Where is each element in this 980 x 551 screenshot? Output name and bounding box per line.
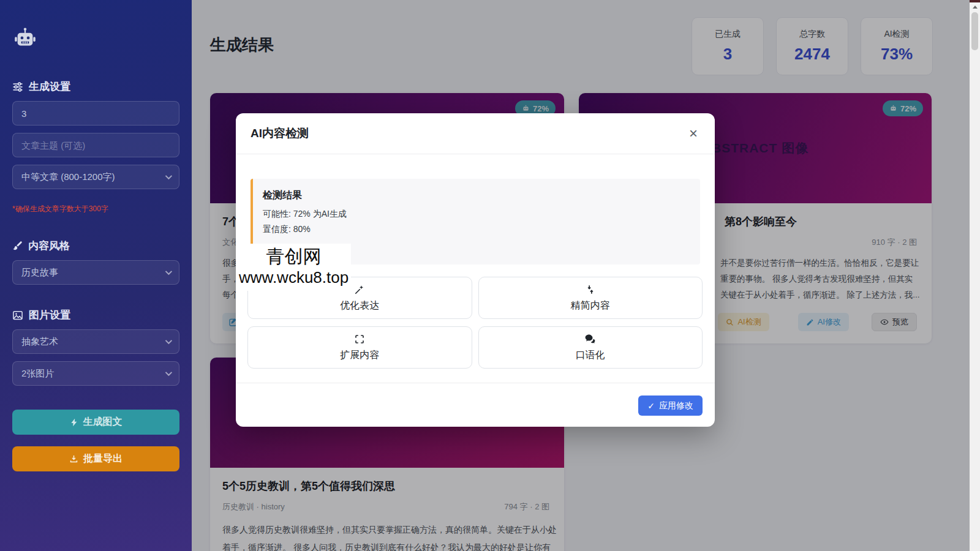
robot-icon <box>13 27 179 50</box>
generate-button[interactable]: 生成图文 <box>12 410 179 435</box>
watermark-name: 青创网 <box>239 246 349 268</box>
generation-settings-heading: 生成设置 <box>12 80 179 94</box>
scroll-up-arrow[interactable] <box>970 2 980 11</box>
image-icon <box>12 310 23 321</box>
site-watermark: 青创网 www.wcku8.top <box>236 244 351 291</box>
chevron-down-icon <box>165 369 172 376</box>
topic-input[interactable] <box>12 133 179 157</box>
watermark-url: www.wcku8.top <box>239 268 349 288</box>
content-style-heading: 内容风格 <box>12 239 179 253</box>
section-title: 内容风格 <box>28 239 70 253</box>
style-select[interactable]: 历史故事 <box>12 260 179 285</box>
sliders-icon <box>12 81 23 92</box>
scrollbar-thumb[interactable] <box>971 12 978 50</box>
length-select[interactable]: 中等文章 (800-1200字) <box>12 165 179 189</box>
chat-icon <box>584 333 596 345</box>
image-settings-heading: 图片设置 <box>12 308 179 322</box>
chevron-down-icon <box>165 337 172 344</box>
app-window: 生成设置 中等文章 (800-1200字) *确保生成文章字数大于300字 内容… <box>0 0 980 551</box>
bolt-icon <box>70 418 78 427</box>
image-count-select[interactable]: 2张图片 <box>12 361 179 386</box>
result-confidence: 置信度: 80% <box>263 224 690 235</box>
compress-icon <box>585 284 596 295</box>
art-style-select[interactable]: 抽象艺术 <box>12 329 179 354</box>
section-title: 图片设置 <box>29 308 70 322</box>
chevron-down-icon <box>165 173 172 179</box>
scrollbar[interactable] <box>970 0 980 551</box>
apply-changes-button[interactable]: ✓ 应用修改 <box>638 395 703 416</box>
article-count-input[interactable] <box>12 101 179 126</box>
chevron-down-icon <box>165 268 172 275</box>
brush-icon <box>12 241 23 251</box>
modal-title: AI内容检测 <box>251 126 309 141</box>
word-count-warning: *确保生成文章字数大于300字 <box>12 204 179 214</box>
batch-export-button[interactable]: 批量导出 <box>12 446 179 471</box>
close-icon[interactable]: × <box>689 126 698 141</box>
condense-content-button[interactable]: 精简内容 <box>478 277 703 319</box>
result-probability: 可能性: 72% 为AI生成 <box>263 209 690 220</box>
colloquialize-button[interactable]: 口语化 <box>478 326 703 369</box>
sidebar: 生成设置 中等文章 (800-1200字) *确保生成文章字数大于300字 内容… <box>0 0 192 551</box>
check-icon: ✓ <box>647 401 655 411</box>
result-heading: 检测结果 <box>263 189 690 202</box>
wand-icon <box>354 284 365 295</box>
section-title: 生成设置 <box>29 80 70 94</box>
download-icon <box>69 454 78 463</box>
expand-icon <box>354 334 365 345</box>
expand-content-button[interactable]: 扩展内容 <box>247 326 472 369</box>
